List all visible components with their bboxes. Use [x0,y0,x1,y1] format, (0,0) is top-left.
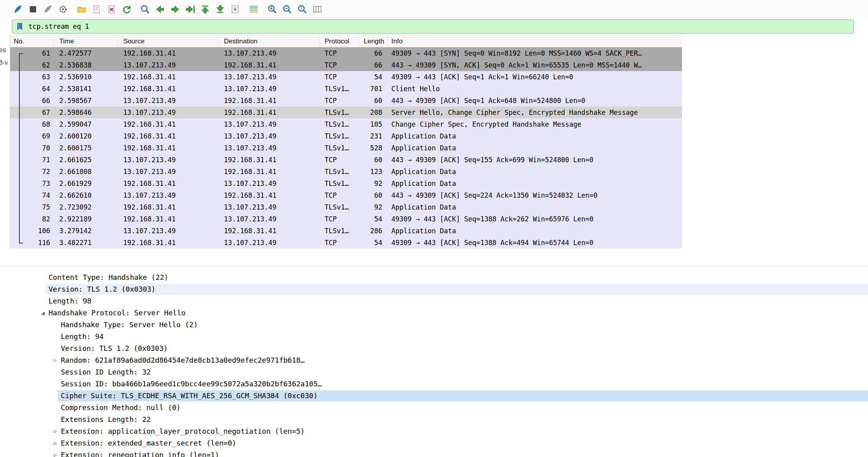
start-capture-icon[interactable] [13,4,23,15]
reload-file-icon[interactable] [121,4,132,15]
conversation-bracket [19,189,23,201]
auto-scroll-icon[interactable] [230,4,240,15]
detail-line[interactable]: Length: 98 [0,295,868,307]
packet-cell-time: 2.661808 [54,166,118,178]
packet-cell-info: Application Data [388,142,682,154]
packet-row[interactable]: 682.599047192.168.31.4113.107.213.49TLSv… [10,118,682,130]
packet-cell-destination: 13.107.213.49 [218,118,319,130]
packet-row[interactable]: 822.922189192.168.31.4113.107.213.49TCP5… [10,213,682,225]
go-to-packet-icon[interactable] [185,4,195,15]
packet-cell-protocol: TCP [319,59,360,71]
packet-cell-no: 73 [10,178,54,189]
packet-cell-protocol: TCP [319,47,360,59]
detail-line[interactable]: Compression Method: null (0) [0,402,868,414]
packet-row[interactable]: 672.59864613.107.213.49192.168.31.41TLSv… [10,107,682,118]
detail-line[interactable]: ▷Extension: renegotiation_info (len=1) [0,449,868,457]
detail-line[interactable]: Extensions Length: 22 [0,414,868,425]
packet-cell-destination: 192.168.31.41 [218,107,319,118]
packet-cell-protocol: TLSv1… [319,83,360,95]
packet-cell-source: 13.107.213.49 [118,154,218,166]
packet-cell-source: 192.168.31.41 [118,237,218,249]
packet-row[interactable]: 612.472577192.168.31.4113.107.213.49TCP6… [10,47,682,59]
detail-line[interactable]: Session ID Length: 32 [0,366,868,378]
detail-text: Length: 98 [0,297,91,305]
packet-row[interactable]: 632.536910192.168.31.4113.107.213.49TCP5… [10,71,682,83]
detail-line[interactable]: Length: 94 [0,331,868,343]
detail-line[interactable]: Cipher Suite: TLS_ECDHE_RSA_WITH_AES_256… [0,390,868,402]
save-file-icon[interactable] [91,4,102,15]
go-last-packet-icon[interactable] [215,4,225,15]
go-back-icon[interactable] [155,4,165,15]
column-header-protocol[interactable]: Protocol [319,36,360,47]
detail-text: Session ID: bba466b1a96eed1c9bcc4ee99c50… [0,380,322,388]
packet-cell-protocol: TCP [319,237,360,249]
column-header-destination[interactable]: Destination [218,36,319,47]
column-header-info[interactable]: Info [388,36,682,47]
packet-cell-time: 2.600120 [54,130,118,142]
packet-row[interactable]: 692.600120192.168.31.4113.107.213.49TLSv… [10,130,682,142]
packet-row[interactable]: 1063.27914213.107.213.49192.168.31.41TLS… [10,225,682,237]
packet-cell-time: 2.662610 [54,189,118,201]
packet-row[interactable]: 722.66180813.107.213.49192.168.31.41TLSv… [10,166,682,178]
capture-options-icon[interactable] [58,4,68,15]
packet-cell-no: 66 [10,95,54,107]
packet-row[interactable]: 742.66261013.107.213.49192.168.31.41TCP6… [10,189,682,201]
detail-line[interactable]: ◢Handshake Protocol: Server Hello [0,307,868,319]
packet-cell-no: 64 [10,83,54,95]
detail-line[interactable]: Content Type: Handshake (22) [0,272,868,283]
packet-cell-info: Application Data [388,201,682,213]
column-header-source[interactable]: Source [118,36,218,47]
main-toolbar: 1 [0,0,868,18]
detail-line[interactable]: ▷Extension: application_layer_protocol_n… [0,425,868,437]
detail-line[interactable]: ▷Extension: extended_master_secret (len=… [0,437,868,449]
packet-row[interactable]: 732.661929192.168.31.4113.107.213.49TLSv… [10,178,682,189]
go-forward-icon[interactable] [170,4,180,15]
packet-row[interactable]: 712.66162513.107.213.49192.168.31.41TCP6… [10,154,682,166]
detail-line[interactable]: Handshake Type: Server Hello (2) [0,319,868,331]
packet-cell-protocol: TCP [319,189,360,201]
detail-line[interactable]: Version: TLS 1.2 (0x0303) [0,283,868,295]
packet-row[interactable]: 622.53683813.107.213.49192.168.31.41TCP6… [10,59,682,71]
restart-capture-icon[interactable] [43,4,53,15]
find-packet-icon[interactable] [140,4,150,15]
detail-line[interactable]: ▷Random: 621af89a6ad0d2d86454e7de8cb13a0… [0,354,868,366]
packet-cell-time: 2.661625 [54,154,118,166]
packet-row[interactable]: 1163.482271192.168.31.4113.107.213.49TCP… [10,237,682,249]
detail-line[interactable]: Version: TLS 1.2 (0x0303) [0,343,868,354]
zoom-in-icon[interactable] [267,4,278,15]
packet-cell-time: 2.600175 [54,142,118,154]
packet-cell-destination: 192.168.31.41 [218,189,319,201]
packet-cell-time: 2.536910 [54,71,118,83]
column-header-time[interactable]: Time [54,36,118,47]
column-header-length[interactable]: Length [360,36,388,47]
conversation-bracket [19,178,23,189]
go-first-packet-icon[interactable] [200,4,210,15]
conversation-bracket [19,166,23,178]
pane-splitter[interactable] [0,266,868,266]
packet-cell-protocol: TLSv1… [319,130,360,142]
packet-cell-length: 123 [360,166,388,178]
stop-capture-icon[interactable] [28,4,38,15]
resize-columns-icon[interactable] [312,4,323,15]
packet-cell-length: 231 [360,130,388,142]
packet-row[interactable]: 702.600175192.168.31.4113.107.213.49TLSv… [10,142,682,154]
open-file-icon[interactable] [76,4,87,15]
column-header-no[interactable]: No. [10,36,54,47]
detail-line[interactable]: Session ID: bba466b1a96eed1c9bcc4ee99c50… [0,378,868,390]
zoom-normal-icon[interactable]: 1 [297,4,308,15]
packet-cell-time: 2.599047 [54,118,118,130]
display-filter-field[interactable] [12,19,854,34]
colorize-packets-icon[interactable] [248,4,259,15]
background-text-fragment: 3-v [0,59,8,67]
detail-text: Compression Method: null (0) [0,403,180,412]
packet-row[interactable]: 752.723092192.168.31.4113.107.213.49TLSv… [10,201,682,213]
close-file-icon[interactable] [106,4,117,15]
detail-text: Handshake Type: Server Hello (2) [0,320,198,329]
zoom-out-icon[interactable] [282,4,293,15]
packet-cell-info: 49309 → 443 [ACK] Seq=1388 Ack=262 Win=6… [388,213,682,225]
background-text-fragment: es [0,46,8,54]
filter-bookmark-icon[interactable] [15,22,24,31]
packet-row[interactable]: 662.59856713.107.213.49192.168.31.41TCP6… [10,95,682,107]
display-filter-input[interactable] [28,20,853,33]
packet-row[interactable]: 642.538141192.168.31.4113.107.213.49TLSv… [10,83,682,95]
